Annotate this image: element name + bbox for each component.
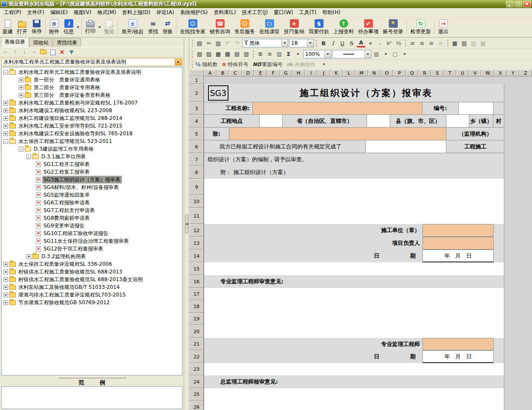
column-header[interactable]: R: [418, 70, 431, 76]
row-header[interactable]: 23: [189, 363, 204, 375]
renumber-button[interactable]: 重新编号: [262, 61, 283, 68]
attachment-button[interactable]: 附件: [47, 18, 61, 37]
empty-form-area[interactable]: [204, 195, 504, 208]
save-button[interactable]: 保存: [29, 18, 44, 37]
delete-column-icon[interactable]: [223, 50, 232, 58]
delete-row-icon[interactable]: [205, 50, 213, 58]
delete-icon[interactable]: [58, 49, 66, 56]
underline-icon[interactable]: [338, 39, 347, 47]
row-header[interactable]: 2: [189, 84, 204, 102]
tree-item[interactable]: 水土保持工程质量评定规程SL 336-2006: [2, 260, 182, 268]
column-header[interactable]: Z: [519, 70, 532, 76]
cut-icon[interactable]: [205, 39, 213, 47]
menu-window[interactable]: 窗口(W): [271, 8, 296, 17]
row-height-icon[interactable]: [233, 50, 241, 58]
close-button[interactable]: [523, 1, 531, 7]
menu-help[interactable]: 帮助(H): [319, 8, 343, 17]
open-button[interactable]: 打开: [15, 18, 29, 37]
sum-dropdown[interactable]: [294, 50, 302, 58]
expand-icon[interactable]: [3, 293, 8, 297]
menu-edit[interactable]: 编辑(E): [47, 8, 71, 17]
row-header[interactable]: 25: [189, 388, 204, 401]
tree-item[interactable]: D.3建设监理工作常用表格: [2, 145, 182, 153]
info-button[interactable]: 信息: [61, 18, 76, 37]
supervisor-field[interactable]: [422, 338, 494, 350]
column-width-icon[interactable]: [242, 50, 251, 58]
undo-icon[interactable]: [223, 39, 232, 47]
expand-icon[interactable]: [3, 108, 8, 113]
tree-item[interactable]: 水利水电建设工程安全设施验收导则SL 765-2018: [2, 130, 182, 137]
tips-button[interactable]: 技巧集锦: [282, 18, 306, 37]
font-combo[interactable]: 黑体: [242, 39, 288, 47]
fraction-icon[interactable]: [394, 39, 403, 47]
superscript-icon[interactable]: [385, 39, 393, 47]
row-header[interactable]: 7: [189, 153, 204, 166]
row-header[interactable]: 24: [189, 375, 204, 388]
column-header[interactable]: P: [393, 70, 406, 76]
tree-item[interactable]: SG1工程开工报审表: [2, 160, 182, 168]
tree-item[interactable]: 水利水电工程施工质量检测与评定规程SL 176-2007: [2, 99, 182, 107]
print-dropdown[interactable]: [98, 18, 102, 37]
tree-item[interactable]: 村镇供水工程施工质量验收规范SL 688-2013条文说明: [2, 276, 182, 283]
more-dropdown[interactable]: [320, 61, 328, 69]
column-header[interactable]: A: [204, 70, 217, 76]
row-header[interactable]: 6: [189, 140, 204, 153]
empty-form-area[interactable]: [204, 401, 504, 410]
empty-form-area[interactable]: [204, 179, 504, 195]
tree-item[interactable]: 第二部分 质量评定专用表格: [2, 84, 182, 91]
maximize-button[interactable]: [515, 1, 522, 7]
row-header[interactable]: 1: [189, 76, 204, 84]
redo-icon[interactable]: [233, 39, 241, 47]
column-header[interactable]: K: [330, 70, 343, 76]
tree-item[interactable]: SG9变更申请报告: [2, 222, 182, 230]
empty-form-area[interactable]: [204, 363, 504, 375]
empty-form-area[interactable]: [204, 313, 504, 325]
column-header[interactable]: D: [242, 70, 254, 76]
collapse-panel-icon[interactable]: [185, 215, 188, 233]
tree-item[interactable]: 水利工程建设项目施工监理规范SL 288-2014: [2, 114, 182, 122]
collapse-icon[interactable]: [26, 154, 31, 159]
menu-project[interactable]: 工程(P): [1, 8, 24, 17]
row-header[interactable]: 17: [189, 288, 204, 300]
expand-icon[interactable]: [19, 93, 23, 98]
up-arrow-icon[interactable]: [12, 49, 19, 56]
column-header[interactable]: C: [229, 70, 242, 76]
date-field[interactable]: 年 月 日: [422, 350, 494, 363]
tab-search-results[interactable]: 查找结果: [53, 38, 81, 47]
menu-view[interactable]: 视图(V): [71, 8, 95, 17]
date-field[interactable]: 年 月 日: [422, 250, 494, 262]
row-header[interactable]: 4: [189, 115, 204, 128]
split-cells-icon[interactable]: [460, 39, 468, 47]
paste-icon[interactable]: [195, 39, 204, 47]
collapse-icon[interactable]: [19, 147, 23, 151]
collapse-icon[interactable]: [3, 139, 8, 144]
column-header[interactable]: S: [431, 70, 444, 76]
combo-dropdown-button[interactable]: [324, 50, 331, 58]
select-all-corner[interactable]: [189, 70, 204, 76]
column-header[interactable]: Q: [406, 70, 419, 76]
catalog-combo[interactable]: 水利水电工程单元工程施工质量验收评定表及填表说明: [1, 58, 182, 66]
row-header[interactable]: 3: [189, 102, 204, 115]
insert-row-icon[interactable]: [195, 50, 204, 58]
menu-format[interactable]: 格式(M): [94, 8, 119, 17]
font-color-icon[interactable]: [357, 39, 365, 47]
column-header[interactable]: T: [444, 70, 457, 76]
numbered-list-icon[interactable]: [256, 50, 265, 58]
expand-icon[interactable]: [3, 270, 8, 274]
row-header[interactable]: 21: [189, 338, 204, 350]
check-update-button[interactable]: 检查更新: [408, 18, 433, 37]
row-header[interactable]: 26: [189, 401, 204, 410]
empty-form-area[interactable]: [204, 288, 504, 300]
tree-item[interactable]: 村镇供水工程施工质量验收规范SL 688-2013: [2, 268, 182, 276]
tree-item[interactable]: SG7工程款支付申请表: [2, 206, 182, 214]
unit-seal-field[interactable]: [422, 224, 494, 237]
column-header[interactable]: Y: [507, 70, 520, 76]
zoom-combo[interactable]: 100%: [303, 50, 331, 58]
row-header[interactable]: 9: [189, 179, 204, 195]
sum-icon[interactable]: [284, 50, 293, 58]
copy-icon[interactable]: [214, 39, 223, 47]
column-header[interactable]: J: [317, 70, 330, 76]
menu-assess[interactable]: 评定(A): [153, 8, 177, 17]
column-header[interactable]: B: [217, 70, 229, 76]
online-class-button[interactable]: 在线课堂: [257, 18, 282, 37]
